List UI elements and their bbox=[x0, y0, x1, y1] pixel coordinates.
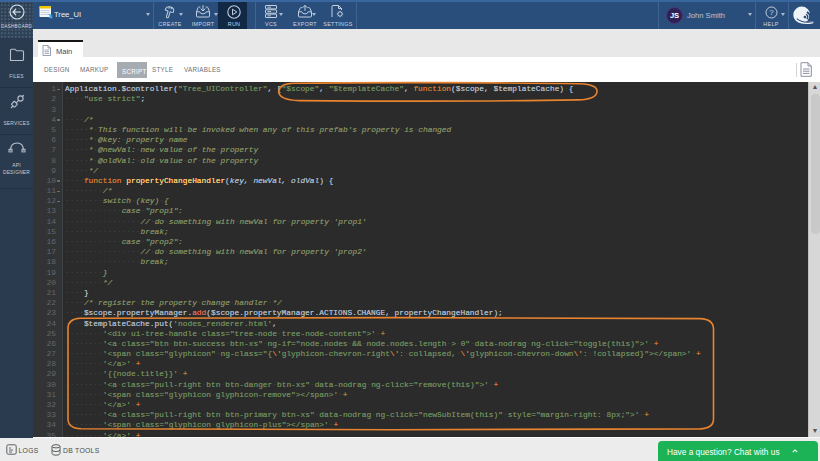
svg-text:?: ? bbox=[769, 8, 774, 17]
